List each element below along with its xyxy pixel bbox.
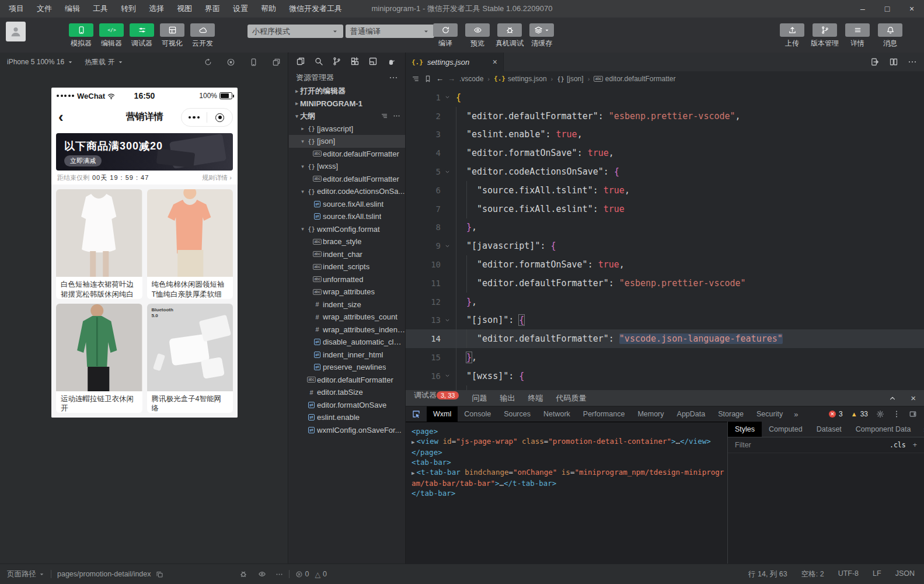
back-arrow-icon[interactable]: ← <box>436 74 444 83</box>
error-badge-icon[interactable]: ✕ <box>829 411 836 418</box>
code-line-13[interactable]: 13 "[json]": { <box>406 311 924 330</box>
open-changes-icon[interactable] <box>870 57 880 67</box>
tree-item[interactable]: abc editor.defaultFormatter <box>289 374 405 387</box>
status-segment-1[interactable]: 空格: 2 <box>801 569 824 579</box>
tree-item[interactable]: ▾ {} [json] <box>289 135 405 148</box>
wxml-node[interactable]: ▶<t-tab-bar bindchange="onChange" is="mi… <box>412 467 724 488</box>
styles-tab-Computed[interactable]: Computed <box>762 422 810 437</box>
editor-layout-icon[interactable] <box>368 57 378 66</box>
outline-icon[interactable] <box>412 75 420 83</box>
menu-item-3[interactable]: 工具 <box>86 0 114 18</box>
status-segment-3[interactable]: LF <box>873 569 881 579</box>
code-line-8[interactable]: 8 }, <box>406 218 924 237</box>
debugger-tab-代码质量[interactable]: 代码质量 <box>556 390 586 406</box>
wxml-node[interactable]: </tab-bar> <box>412 488 724 498</box>
close-icon[interactable]: × <box>899 0 924 18</box>
code-line-3[interactable]: 3 "eslint.enable": true, <box>406 126 924 144</box>
add-style-icon[interactable]: + <box>913 441 917 449</box>
avatar[interactable] <box>6 22 26 41</box>
more-actions-icon[interactable] <box>908 57 917 67</box>
minimize-icon[interactable]: – <box>850 0 875 18</box>
cls-toggle[interactable]: .cls <box>890 441 906 449</box>
toolbar-button-版本管理[interactable]: 版本管理 <box>811 23 838 48</box>
more-menu-icon[interactable] <box>182 116 207 119</box>
wxml-node[interactable]: <page> <box>412 426 724 436</box>
toolbar-button-编译[interactable]: 编译 <box>432 23 459 48</box>
toolbar-button-真机调试[interactable]: 真机调试 <box>496 23 523 48</box>
bug-icon[interactable] <box>239 570 247 578</box>
tree-item[interactable]: abc indent_scripts <box>289 260 405 273</box>
tree-item[interactable]: abc editor.defaultFormatter <box>289 148 405 161</box>
menu-item-0[interactable]: 项目 <box>2 0 30 18</box>
toolbar-button-模拟器[interactable]: 模拟器 <box>68 23 95 48</box>
status-segment-4[interactable]: JSON <box>895 569 915 579</box>
tree-item[interactable]: ⇄ indent_inner_html <box>289 349 405 361</box>
devtools-tab-Sources[interactable]: Sources <box>497 406 537 422</box>
wxml-tree[interactable]: <page>▶<view id="js-page-wrap" class="pr… <box>406 422 727 564</box>
product-card-1[interactable]: 纯色纯棉休闲圆领短袖T恤纯白亲肤厚柔软细腻... 2020夏季新款 ¥259¥3… <box>147 189 233 299</box>
menu-item-7[interactable]: 界面 <box>198 0 226 18</box>
device-frame-icon[interactable] <box>249 58 258 67</box>
debugger-tab-终端[interactable]: 终端 <box>528 390 543 406</box>
wxml-node[interactable]: <tab-bar> <box>412 457 724 467</box>
debugger-tab-调试器[interactable]: 调试器3, 33 <box>414 390 459 406</box>
debugger-tab-输出[interactable]: 输出 <box>500 390 515 406</box>
tree-item[interactable]: ▸ {} [javascript] <box>289 123 405 135</box>
toolbar-button-清缓存[interactable]: 清缓存 <box>528 23 555 48</box>
collapse-panel-icon[interactable] <box>888 394 897 402</box>
bookmark-icon[interactable] <box>424 75 432 83</box>
tree-item[interactable]: ▾ {} [wxss] <box>289 160 405 173</box>
product-card-2[interactable]: 运动连帽拉链卫衣休闲开 <box>56 304 142 413</box>
code-line-11[interactable]: 11 "editor.defaultFormatter": "esbenp.pr… <box>406 274 924 293</box>
compile-mode-select[interactable]: 普通编译 <box>346 25 434 38</box>
tab-close-icon[interactable]: × <box>493 57 497 67</box>
gear-icon[interactable] <box>876 410 884 418</box>
source-control-icon[interactable] <box>332 57 341 66</box>
tree-item[interactable]: abc editor.defaultFormatter <box>289 173 405 186</box>
inspect-element-icon[interactable] <box>406 409 427 419</box>
tree-item[interactable]: ⇄ wxmlConfig.onSaveFor... <box>289 424 405 437</box>
tabs-overflow-icon[interactable]: » <box>918 425 924 434</box>
page-path-dropdown[interactable]: 页面路径 <box>7 569 36 579</box>
rules-link[interactable]: 规则详情 › <box>202 173 232 182</box>
breadcrumb-item[interactable]: {.}settings.json <box>494 75 547 83</box>
breadcrumb-item[interactable]: .vscode <box>459 75 483 83</box>
toolbar-button-调试器[interactable]: 调试器 <box>128 23 155 48</box>
code-line-6[interactable]: 6 "source.fixAll.tslint": true, <box>406 181 924 200</box>
tree-item[interactable]: ▸ MINIPROGRAM-1 <box>289 98 405 110</box>
expand-icon[interactable]: ▶ <box>412 439 414 445</box>
back-chevron-icon[interactable]: ‹ <box>51 109 71 124</box>
styles-tab-Component Data[interactable]: Component Data <box>849 422 918 437</box>
code-line-14[interactable]: 14 "editor.defaultFormatter": "vscode.js… <box>406 329 924 348</box>
extensions-icon[interactable] <box>350 57 360 66</box>
tree-item[interactable]: ⇄ eslint.enable <box>289 411 405 424</box>
tree-item[interactable]: ⇄ source.fixAll.tslint <box>289 210 405 223</box>
tree-item[interactable]: ▾ 大纲 <box>289 110 405 123</box>
menu-item-6[interactable]: 视图 <box>170 0 198 18</box>
kebab-menu-icon[interactable] <box>892 410 901 418</box>
code-line-9[interactable]: 9 "[javascript]": { <box>406 237 924 255</box>
devtools-tab-Network[interactable]: Network <box>537 406 577 422</box>
chevron-down-icon[interactable] <box>39 571 45 578</box>
tree-item[interactable]: abc indent_char <box>289 248 405 261</box>
tree-item[interactable]: abc unformatted <box>289 273 405 286</box>
tree-item[interactable]: ⇄ preserve_newlines <box>289 361 405 374</box>
tree-item[interactable]: ▸ 打开的编辑器 <box>289 85 405 98</box>
fold-icon[interactable] <box>441 94 454 100</box>
expand-icon[interactable]: ▶ <box>412 470 414 476</box>
tree-item[interactable]: # wrap_attributes_count <box>289 311 405 324</box>
fold-icon[interactable] <box>441 373 454 379</box>
toolbar-button-编辑器[interactable]: </> 编辑器 <box>98 23 125 48</box>
code-line-10[interactable]: 10 "editor.formatOnSave": true, <box>406 255 924 274</box>
tree-item[interactable]: # editor.tabSize <box>289 386 405 399</box>
wxml-node[interactable]: </page> <box>412 447 724 457</box>
tree-item[interactable]: ▾ {} editor.codeActionsOnSa... <box>289 185 405 198</box>
tree-item[interactable]: ⇄ source.fixAll.eslint <box>289 198 405 211</box>
devtools-tab-AppData[interactable]: AppData <box>671 406 712 422</box>
code-line-1[interactable]: 1 { <box>406 88 924 107</box>
tree-item[interactable]: # indent_size <box>289 298 405 311</box>
code-line-12[interactable]: 12 }, <box>406 293 924 311</box>
collapse-all-icon[interactable] <box>381 112 388 120</box>
more-actions-icon[interactable] <box>393 112 400 120</box>
close-panel-icon[interactable]: × <box>911 393 916 403</box>
